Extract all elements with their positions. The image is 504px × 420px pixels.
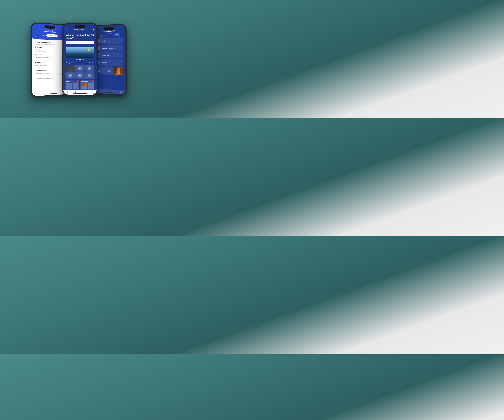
email-label: Email Address [35, 54, 65, 56]
mini-beauty-2 [88, 83, 94, 86]
dot-1 [76, 59, 77, 60]
p3-nav-cart[interactable]: 🛒 [112, 91, 114, 93]
beauty-badge: 1 [92, 81, 94, 82]
placeholder-icon-2: 🖼 [108, 70, 110, 72]
filter-female[interactable]: Female [104, 33, 113, 36]
beauty-name: Beauty & Personal Care [102, 47, 119, 49]
dropdown-arrow: ▾ [55, 35, 56, 37]
cat-item-4[interactable]: 🖼 [66, 72, 75, 79]
username-label: User Name [35, 46, 64, 48]
password-input[interactable] [35, 64, 65, 67]
bottom-item-2: 🖼 [104, 67, 114, 75]
username-field-wrap [35, 48, 64, 53]
search-bar[interactable]: 🔍 Search here... [66, 41, 94, 44]
dot-4 [82, 59, 82, 60]
phone1-form-body: Create Your Account Make sure your accou… [32, 39, 67, 83]
cat-fashion[interactable]: 👗 Fashion ⌄ [95, 60, 123, 66]
beauty-label: Beauty & Per... [81, 81, 94, 82]
login-button[interactable]: Login [42, 35, 45, 36]
logo-area: Linkers Cart 🛒 [74, 29, 85, 30]
phone3-header: All Categories [93, 25, 126, 34]
terms-row: I agree with the terms and conditions by… [35, 77, 65, 81]
phone2-header: ≡ Linkers Cart 🛒 ••• [64, 24, 96, 32]
phone3-bottom-grid: 🖼 🖼 [93, 66, 126, 77]
bottom-item-3-fashion [114, 67, 123, 75]
dot-5 [83, 59, 84, 60]
fashion-chevron: ⌄ [120, 62, 121, 63]
dot-2 [77, 59, 78, 60]
books-name: Books [102, 40, 119, 42]
cat-item-5[interactable]: 🖼 [75, 72, 84, 79]
beauty-card[interactable]: Beauty & Per... 1 [80, 80, 95, 90]
phone1-header: Hello, There Welcome Back Login Register… [32, 23, 67, 40]
beauty-mini-grid [81, 83, 94, 89]
filter-male[interactable]: Male [114, 33, 120, 36]
confirm-input[interactable] [35, 72, 65, 75]
mini-book-1 [66, 83, 72, 86]
terms-text: I agree with the terms and conditions by… [37, 77, 65, 81]
auth-buttons: Login Register as ▾ [35, 34, 64, 38]
register-label: Register as [48, 35, 55, 37]
nav-home-icon[interactable]: 🏠 [66, 91, 68, 94]
register-button[interactable]: Register as ▾ [46, 34, 58, 37]
search-icon: 🔍 [67, 42, 69, 43]
beauty-icon: 💄 [97, 47, 100, 49]
hero-banner [66, 47, 94, 58]
books-chevron: ⌄ [120, 40, 121, 41]
header-dots: ••• [93, 29, 94, 30]
phone3-power-button [126, 43, 127, 51]
categories-title: Categories [66, 62, 73, 64]
email-field-wrap [35, 56, 64, 61]
sell-all-link[interactable]: Sell All → [89, 62, 94, 64]
search-placeholder: Search here... [70, 42, 77, 43]
cat-item-2[interactable]: 🖼 [75, 65, 84, 72]
phone3-category-list: 📚 Books ⌄ 💄 Beauty & Personal Care ⌄ [93, 37, 126, 66]
books-label: Books [66, 81, 78, 82]
banner-sun [88, 48, 90, 51]
email-input[interactable] [35, 56, 64, 59]
terms-checkbox[interactable] [35, 78, 36, 80]
confirm-label: Confirm Password [35, 69, 65, 72]
p3-nav-search[interactable]: 🔍 [120, 91, 122, 93]
cat-item-3[interactable]: 🖼 [85, 65, 94, 72]
logo-text: Linkers Cart [74, 29, 83, 30]
books-mini-grid [66, 83, 78, 89]
mini-book-4 [72, 86, 78, 89]
cat-featured-img: 📦 [66, 65, 75, 72]
mini-book-3 [66, 86, 72, 89]
mini-beauty-4 [88, 86, 94, 89]
phone2-navbar: 🏠 👤 🛒 🔍 [63, 90, 96, 95]
nav-person-icon[interactable]: 👤 [75, 91, 77, 94]
mini-book-2 [72, 83, 78, 86]
cat-books[interactable]: 📚 Books ⌄ [95, 37, 123, 44]
p3-nav-person[interactable]: 👤 [103, 90, 106, 93]
books-beauty-section: Books 4 Beauty & Per... 1 [65, 80, 94, 90]
books-card[interactable]: Books 4 [65, 80, 79, 90]
phones-container: Hello, There Welcome Back Login Register… [29, 22, 129, 96]
categories-section: Categories Sell All → 📦 🖼 [63, 61, 97, 91]
banner-scene [66, 47, 94, 58]
filter-all[interactable]: All [98, 34, 103, 37]
books-icon: 📚 [98, 40, 100, 42]
beauty-chevron: ⌄ [120, 47, 121, 48]
password-field-wrap: 👁 [35, 64, 65, 69]
confirm-field-wrap: 👁 [35, 72, 65, 77]
cat-item-featured[interactable]: 📦 [66, 65, 75, 72]
logo-icon: 🛒 [83, 29, 85, 30]
categories-header: Categories Sell All → [66, 62, 94, 64]
cat-beauty[interactable]: 💄 Beauty & Personal Care ⌄ [95, 45, 123, 51]
username-input[interactable] [35, 48, 64, 52]
banner-dots [63, 58, 96, 61]
dot-3-active [79, 59, 81, 60]
password-label: Password [35, 62, 65, 63]
nav-search-icon[interactable]: 🔍 [91, 91, 94, 94]
phone2-hero: What are you looking for today? 🔍 Search… [64, 32, 96, 47]
nav-cart-icon[interactable]: 🛒 [83, 91, 85, 94]
books-badge: 4 [77, 81, 79, 82]
cat-electronics[interactable]: 📱 Electronics ⌄ [95, 52, 123, 58]
mini-beauty-1 [81, 83, 87, 86]
hero-headline: What are you looking for today? [66, 34, 94, 40]
mini-beauty-3 [81, 86, 87, 89]
menu-icon[interactable]: ≡ [66, 29, 67, 30]
cat-item-6[interactable]: 🖼 [85, 72, 94, 79]
